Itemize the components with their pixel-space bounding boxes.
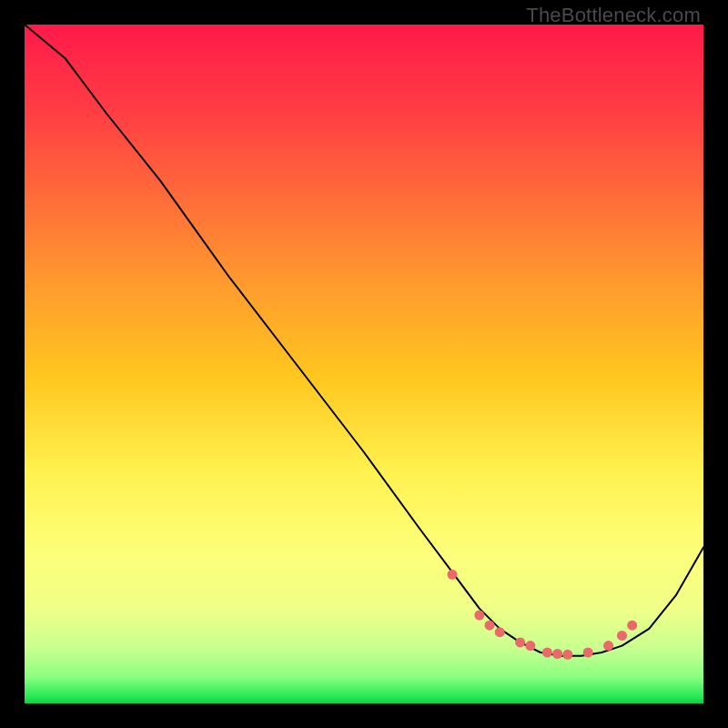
bottleneck-curve — [25, 25, 703, 656]
trough-markers — [448, 570, 638, 660]
trough-dot — [515, 637, 525, 647]
chart-frame — [25, 25, 703, 703]
trough-dot — [542, 648, 552, 658]
trough-dot — [617, 631, 627, 641]
watermark-text: TheBottleneck.com — [526, 4, 701, 27]
trough-dot — [474, 611, 484, 621]
trough-dot — [495, 627, 505, 637]
trough-dot — [562, 650, 572, 660]
trough-dot — [583, 648, 593, 658]
trough-dot — [603, 641, 613, 651]
chart-svg — [25, 25, 703, 703]
trough-dot — [525, 641, 535, 651]
trough-dot — [448, 570, 458, 580]
trough-dot — [627, 621, 637, 631]
trough-dot — [485, 621, 495, 631]
trough-dot — [552, 649, 562, 659]
